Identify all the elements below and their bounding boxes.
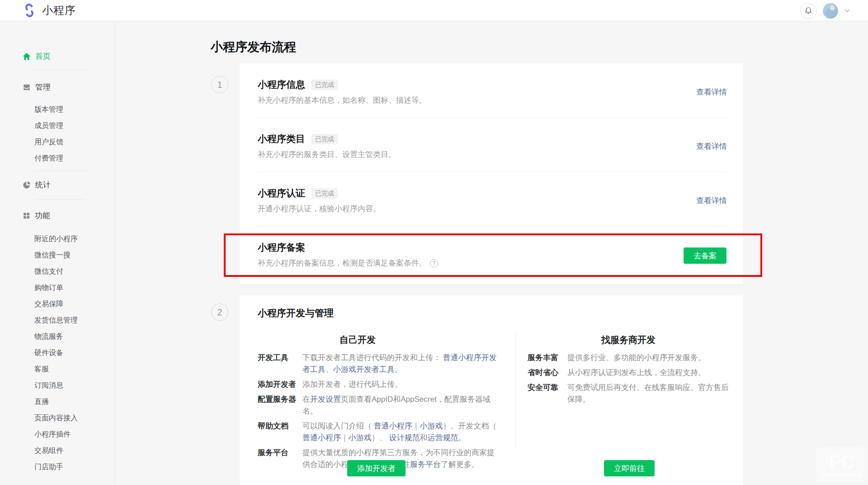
sidebar-subitem[interactable]: 发货信息管理 [34,315,78,325]
sidebar-subitem[interactable]: 页面内容接入 [34,413,78,423]
dev-row-value: 提供多行业、多功能的小程序开发服务。 [567,352,729,364]
step-number-text: 1 [217,80,222,90]
inline-text: 可以阅读入门介绍（ [302,422,374,430]
dev-row-value: 可以阅读入门介绍（ 普通小程序｜小游戏）、开发文档（ 普通小程序｜小游戏）、 设… [302,420,497,444]
sidebar-divider [34,199,86,200]
inline-link[interactable]: 开发设置 [310,395,341,404]
inline-text: 从小程序认证到发布上线，全流程支持。 [567,368,706,377]
dev-row-label: 帮助文档 [258,420,302,444]
inline-text: ）、开发文档（ [443,422,496,430]
grid-icon [22,211,31,220]
sidebar-subitem[interactable]: 直播 [34,397,78,407]
dev-row-label: 开发工具 [258,352,302,376]
sidebar-subitem[interactable]: 物流服务 [34,332,78,342]
inline-link[interactable]: 小游戏 [349,433,372,442]
status-badge: 已完成 [311,134,338,144]
sidebar-subitem[interactable]: 订阅消息 [34,380,78,390]
pie-chart-icon [22,181,31,190]
row-description: 补充小程序的服务类目、设置主管类目。 [258,149,396,160]
inline-link[interactable]: 设计规范 [389,433,420,442]
bell-icon [804,6,812,15]
dev-row: 安全可靠 可免费试用后再支付、在线客服响应、官方售后保障。 [528,382,729,405]
dev-row-label: 添加开发者 [258,379,302,390]
dev-row-label: 配置服务器 [258,394,302,417]
brand: 小程序 [22,3,76,18]
step-row-filing: 小程序备案 补充小程序的备案信息，检测是否满足备案条件。 ? 去备案 [240,226,743,284]
row-title-wrap: 小程序备案 [258,241,305,254]
sidebar-section-stats[interactable]: 统计 [22,180,51,190]
dev-row-value: 从小程序认证到发布上线，全流程支持。 [567,367,729,379]
dev-row-label: 服务平台 [258,447,302,471]
sidebar-subitem[interactable]: 用户反馈 [34,137,63,147]
sidebar-section-features[interactable]: 功能 [22,210,50,221]
release-steps-card: 小程序信息 已完成 补充小程序的基本信息，如名称、图标、描述等。 查看详情 小程… [240,63,743,284]
inline-link[interactable]: 小游戏开发者工具 [333,365,395,374]
self-develop-rows: 开发工具 下载开发者工具进行代码的开发和上传： 普通小程序开发者工具、小游戏开发… [258,352,497,474]
sidebar-subitem[interactable]: 版本管理 [34,105,63,114]
vendor-develop-rows: 服务丰富 提供多行业、多功能的小程序开发服务。 省时省心 从小程序认证到发布上线… [528,352,729,409]
card2-title: 小程序开发与管理 [258,307,334,319]
sidebar-manage-items: 版本管理成员管理用户反馈付费管理 [34,105,63,170]
sidebar-subitem[interactable]: 交易保障 [34,299,78,309]
sidebar-subitem[interactable]: 硬件设备 [34,348,78,358]
row-title: 小程序类目 [258,133,305,145]
watermark: PC [816,447,867,482]
row-title-wrap: 小程序类目 已完成 [258,133,338,145]
app-frame: 小程序 首页 [0,0,868,485]
step-number-text: 2 [217,307,222,318]
go-now-button[interactable]: 立即前往 [604,460,655,476]
inline-text: 可免费试用后再支付、在线客服响应、官方售后保障。 [567,383,729,404]
inline-text: 添加开发者，进行代码上传。 [302,380,402,389]
inline-link[interactable]: 运营规范 [427,433,458,442]
sidebar-subitem[interactable]: 交易组件 [34,446,78,456]
inline-link[interactable]: 普通小程序 [374,422,412,430]
dev-row-value: 在开发设置页面查看AppID和AppSecret，配置服务器域名。 [302,394,497,417]
sidebar-subitem[interactable]: 微信支付 [34,266,78,276]
sidebar-subitem[interactable]: 购物订单 [34,283,78,293]
step-row-info: 小程序信息 已完成 补充小程序的基本信息，如名称、图标、描述等。 查看详情 [240,63,743,118]
row-title: 小程序备案 [258,241,305,254]
dev-row-value: 下载开发者工具进行代码的开发和上传： 普通小程序开发者工具、小游戏开发者工具。 [302,352,497,376]
row-desc-text: 开通小程序认证，核验小程序内容。 [258,204,381,214]
row-title-wrap: 小程序认证 已完成 [258,187,338,200]
dev-row: 添加开发者 添加开发者，进行代码上传。 [258,379,497,390]
development-card: 小程序开发与管理 自己开发 找服务商开发 开发工具 下载开发者工具进行代码的开发… [240,295,743,485]
view-details-link[interactable]: 查看详情 [696,141,727,152]
sidebar-item-home[interactable]: 首页 [22,51,51,62]
notifications-button[interactable] [800,3,816,19]
sidebar-subitem[interactable]: 客服 [34,364,78,374]
sidebar-subitem[interactable]: 微信搜一搜 [34,250,78,260]
sidebar-subitem[interactable]: 成员管理 [34,121,63,131]
step-number-2: 2 [211,304,228,321]
sidebar-item-label: 首页 [35,51,51,62]
sidebar-subitem[interactable]: 附近的小程序 [34,234,78,244]
dev-row-value: 可免费试用后再支付、在线客服响应、官方售后保障。 [567,382,729,405]
chevron-down-icon[interactable] [844,9,850,13]
sidebar-section-manage[interactable]: 管理 [22,82,51,92]
inline-link[interactable]: 普通小程序 [302,433,341,442]
step-row-category: 小程序类目 已完成 补充小程序的服务类目、设置主管类目。 查看详情 [240,118,743,172]
view-details-link[interactable]: 查看详情 [696,87,727,97]
sidebar: 首页 管理 版本管理成员管理用户反馈付费管理 统计 [0,21,115,485]
add-developer-button[interactable]: 添加开发者 [347,460,406,476]
status-badge: 已完成 [311,80,338,90]
sidebar-subitem[interactable]: 小程序插件 [34,429,78,439]
dev-row: 开发工具 下载开发者工具进行代码的开发和上传： 普通小程序开发者工具、小游戏开发… [258,352,497,376]
row-description: 补充小程序的基本信息，如名称、图标、描述等。 [258,95,427,105]
row-title: 小程序信息 [258,78,305,91]
top-bar: 小程序 [0,0,868,21]
inline-link[interactable]: 服务平台 [410,460,441,469]
question-circle-icon[interactable]: ? [430,259,438,267]
go-filing-button[interactable]: 去备案 [684,247,726,264]
sidebar-divider [34,171,86,171]
dev-row: 配置服务器 在开发设置页面查看AppID和AppSecret，配置服务器域名。 [258,394,497,417]
user-avatar[interactable] [823,3,838,19]
sidebar-subitem[interactable]: 付费管理 [34,153,63,163]
view-details-link[interactable]: 查看详情 [696,195,727,206]
step-row-certification: 小程序认证 已完成 开通小程序认证，核验小程序内容。 查看详情 [240,172,743,226]
sidebar-subitem[interactable]: 门店助手 [34,462,78,472]
inline-link[interactable]: 小游戏 [420,422,443,430]
dev-row: 省时省心 从小程序认证到发布上线，全流程支持。 [528,367,729,379]
inline-text: ｜ [341,433,349,442]
inline-text: 提供多行业、多功能的小程序开发服务。 [567,353,706,362]
